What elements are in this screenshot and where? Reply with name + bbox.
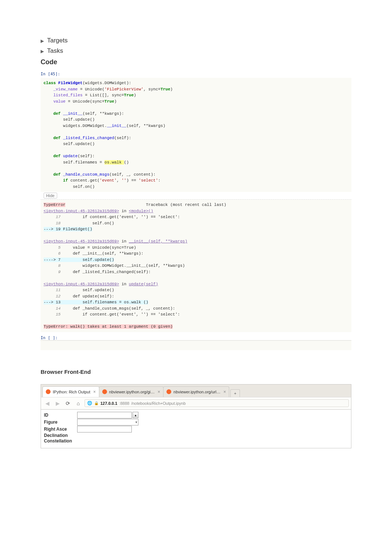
url-host: 127.0.0.1 <box>100 401 117 406</box>
traceback-output: TypeError Traceback (most recent call la… <box>41 199 351 332</box>
id-label: ID <box>44 413 77 418</box>
browser-tabbar: IPython: Rich Output × nbviewer.ipython.… <box>41 384 351 397</box>
reload-button[interactable]: ⟳ <box>64 399 72 407</box>
ipython-favicon-icon <box>102 389 107 394</box>
url-port: :8888 <box>119 401 130 406</box>
lock-icon: 🔒 <box>94 401 99 405</box>
forward-button[interactable]: ▶ <box>54 399 62 407</box>
declination-label: Declination <box>44 433 348 438</box>
back-button[interactable]: ◀ <box>43 399 51 407</box>
home-button[interactable]: ⌂ <box>74 399 82 407</box>
ipython-favicon-icon <box>46 389 51 394</box>
prompt-label: In [45]: <box>41 72 60 76</box>
browser-navbar: ◀ ▶ ⟳ ⌂ 🌐 🔒 127.0.0.1:8888/notebooks/Ric… <box>41 397 351 410</box>
right-ascension-input[interactable] <box>77 426 132 432</box>
tab-title: IPython: Rich Output <box>53 390 90 394</box>
close-icon[interactable]: × <box>223 389 226 394</box>
lookup-button[interactable]: ▴ <box>133 412 138 418</box>
close-icon[interactable]: × <box>93 389 96 394</box>
browser-heading: Browser Front-End <box>41 369 351 375</box>
id-input[interactable] <box>77 412 132 418</box>
tab-title: nbviewer.ipython.org/url… <box>173 390 220 394</box>
empty-code-cell[interactable] <box>41 340 351 350</box>
figure-select[interactable]: ▾ <box>77 419 138 425</box>
section-tasks-label: Tasks <box>47 47 63 54</box>
chevron-right-icon: ▶ <box>41 38 44 44</box>
globe-icon: 🌐 <box>87 401 92 406</box>
prompt-label-empty: In [ ]: <box>41 335 58 340</box>
browser-tab[interactable]: nbviewer.ipython.org/gi… × <box>99 386 164 397</box>
constellation-label: Constellation <box>44 438 348 444</box>
right-ascension-label: Right Asce <box>44 427 77 432</box>
code-heading: Code <box>41 58 351 66</box>
hide-button[interactable]: Hide <box>44 193 57 199</box>
section-targets-label: Targets <box>47 37 68 44</box>
browser-tab[interactable]: IPython: Rich Output × <box>42 386 99 397</box>
browser-page-body: ID ▴ Figure ▾ Right Asce Declination Con… <box>41 410 351 448</box>
ipython-favicon-icon <box>166 389 171 394</box>
tab-title: nbviewer.ipython.org/gi… <box>109 390 155 394</box>
url-bar[interactable]: 🌐 🔒 127.0.0.1:8888/notebooks/Rich+Output… <box>85 399 349 407</box>
figure-label: Figure <box>44 420 77 425</box>
new-tab-button[interactable]: + <box>230 389 240 397</box>
code-cell[interactable]: class FileWidget(widgets.DOMWidget): _vi… <box>41 78 351 192</box>
browser-tab[interactable]: nbviewer.ipython.org/url… × <box>163 386 229 397</box>
section-targets-toggle[interactable]: ▶ Targets <box>41 37 351 44</box>
chevron-right-icon: ▶ <box>41 49 44 54</box>
url-path: /notebooks/Rich+Output.ipynb <box>131 401 186 406</box>
close-icon[interactable]: × <box>158 389 160 394</box>
section-tasks-toggle[interactable]: ▶ Tasks <box>41 47 351 55</box>
